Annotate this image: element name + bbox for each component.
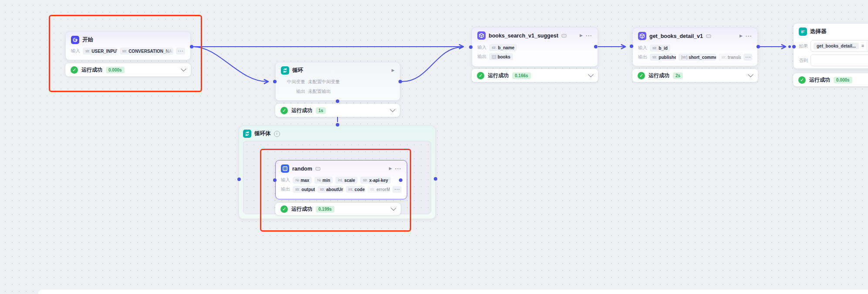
port-selector-edge-dot[interactable]	[788, 45, 791, 48]
more-params-button[interactable]: ···	[743, 54, 753, 61]
node-random[interactable]: random ▶ ··· 输入 №max №min int.scale str.…	[275, 160, 407, 199]
port-detail-out[interactable]	[757, 45, 760, 48]
param-tag: №min	[314, 177, 333, 184]
param-tag: №max	[293, 177, 312, 184]
success-icon: ✓	[280, 205, 288, 213]
status-text: 运行成功	[809, 76, 830, 84]
status-text: 运行成功	[488, 72, 509, 79]
api-badge-icon	[561, 32, 567, 40]
if-icon: IF	[799, 27, 807, 36]
else-box[interactable]	[811, 55, 868, 66]
node-title: get_books_detail_v1	[649, 33, 703, 39]
output-label: 输出	[477, 54, 486, 60]
if-label: 如果	[799, 43, 808, 49]
else-label: 否则	[799, 58, 808, 64]
port-loop-out[interactable]	[399, 80, 402, 83]
param-tag: str.publisher	[650, 54, 676, 61]
status-bar-random[interactable]: ✓ 运行成功 0.199s	[275, 203, 401, 215]
node-loop[interactable]: 循环 ▶ 中间变量 未配置中间变量 输出 未配置输出	[275, 62, 400, 101]
run-node-button[interactable]: ▶	[580, 34, 583, 38]
bottom-panel-edge	[38, 290, 868, 294]
chevron-down-icon[interactable]	[588, 72, 594, 77]
param-tag: str.b_name	[489, 44, 517, 51]
status-time: 1s	[316, 107, 326, 114]
port-loopbody-right[interactable]	[434, 177, 437, 181]
param-tag: str.output	[293, 186, 315, 193]
port-detail-in[interactable]	[630, 44, 633, 48]
chevron-down-icon[interactable]	[181, 66, 186, 72]
node-selector[interactable]: IF 选择器 如果 get_books_detail... = 否则	[793, 23, 868, 69]
port-loopbody-top[interactable]	[336, 123, 339, 126]
more-menu-button[interactable]: ···	[395, 166, 402, 171]
port-random-in[interactable]	[273, 178, 277, 182]
node-start[interactable]: 开始 输入 str.USER_INPUT str.CONVERSATION_NA…	[65, 31, 191, 60]
chevron-down-icon[interactable]	[390, 106, 395, 112]
param-tag: str.b_id	[650, 44, 670, 51]
node-title: 循环	[292, 67, 303, 74]
condition-box[interactable]: get_books_detail... =	[811, 40, 868, 52]
status-text: 运行成功	[648, 72, 669, 79]
more-menu-button[interactable]: ···	[586, 33, 592, 38]
api-badge-icon	[315, 165, 321, 173]
input-label: 输入	[477, 44, 486, 51]
output-label: 输出	[638, 54, 647, 60]
port-books-in[interactable]	[469, 45, 473, 49]
node-title: random	[292, 166, 312, 172]
port-loop-in[interactable]	[273, 80, 277, 83]
chevron-down-icon[interactable]	[391, 205, 396, 211]
edge-start-to-loop	[193, 47, 267, 82]
more-menu-button[interactable]: ···	[746, 34, 752, 39]
status-time: 2s	[673, 72, 683, 79]
param-tag: str.USER_INPUT	[83, 48, 117, 55]
status-time: 0.199s	[316, 206, 334, 212]
api-badge-icon	[706, 32, 711, 40]
status-time: 0.000s	[834, 77, 852, 83]
node-books-search[interactable]: books_search_v1_suggest ▶ ··· 输入 str.b_n…	[472, 27, 598, 67]
random-plugin-icon	[281, 164, 289, 173]
row-value: 未配置中间变量	[308, 79, 340, 85]
status-bar-start[interactable]: ✓ 运行成功 0.000s	[65, 63, 191, 76]
status-text: 运行成功	[291, 205, 312, 213]
port-loop-bottom[interactable]	[336, 99, 339, 103]
port-books-out[interactable]	[594, 45, 598, 48]
success-icon: ✓	[280, 107, 288, 114]
param-tag: [str]short_comment	[679, 54, 716, 61]
row-label: 输出	[281, 89, 305, 95]
input-label: 输入	[638, 45, 647, 51]
run-node-button[interactable]: ▶	[392, 68, 395, 72]
more-params-button[interactable]: ···	[176, 48, 185, 55]
run-node-button[interactable]: ▶	[740, 34, 743, 38]
row-value: 未配置输出	[308, 89, 331, 95]
loop-icon	[281, 66, 289, 75]
status-bar-books-search[interactable]: ✓ 运行成功 0.166s	[472, 69, 598, 82]
param-tag: str.aboutUrl	[317, 186, 343, 193]
more-params-button[interactable]: ···	[392, 186, 402, 193]
run-node-button[interactable]: ▶	[389, 167, 392, 171]
port-selector-in[interactable]	[792, 45, 796, 48]
row-label: 中间变量	[281, 79, 305, 85]
param-tag: int.code	[346, 186, 365, 193]
loop-body-icon	[243, 130, 251, 138]
port-start-out[interactable]	[190, 45, 193, 48]
port-loopbody-left[interactable]	[237, 178, 241, 181]
param-tag: [{}]books	[489, 53, 513, 60]
param-tag: str.transla	[719, 54, 740, 61]
status-bar-loop[interactable]: ✓ 运行成功 1s	[275, 104, 400, 117]
condition-value: get_books_detail...	[814, 43, 859, 49]
plugin-cube-icon	[638, 32, 646, 40]
workflow-canvas[interactable]: 开始 输入 str.USER_INPUT str.CONVERSATION_NA…	[0, 0, 868, 294]
plugin-cube-icon	[477, 31, 486, 40]
edge-loop-to-books	[402, 47, 462, 82]
success-icon: ✓	[477, 72, 484, 79]
status-text: 运行成功	[291, 107, 312, 114]
node-title: books_search_v1_suggest	[489, 33, 558, 39]
status-bar-get-books-detail[interactable]: ✓ 运行成功 2s	[632, 69, 758, 82]
info-icon: i	[274, 131, 280, 137]
output-label: 输出	[281, 186, 290, 192]
param-tag: str.errorM	[368, 186, 390, 193]
chevron-down-icon[interactable]	[748, 72, 753, 77]
param-tag: int.scale	[335, 177, 358, 184]
node-get-books-detail[interactable]: get_books_detail_v1 ▶ ··· 输入 str.b_id 输出…	[632, 27, 758, 66]
status-bar-selector[interactable]: ✓ 运行成功 0.000s	[793, 73, 868, 86]
port-random-out[interactable]	[399, 178, 402, 182]
